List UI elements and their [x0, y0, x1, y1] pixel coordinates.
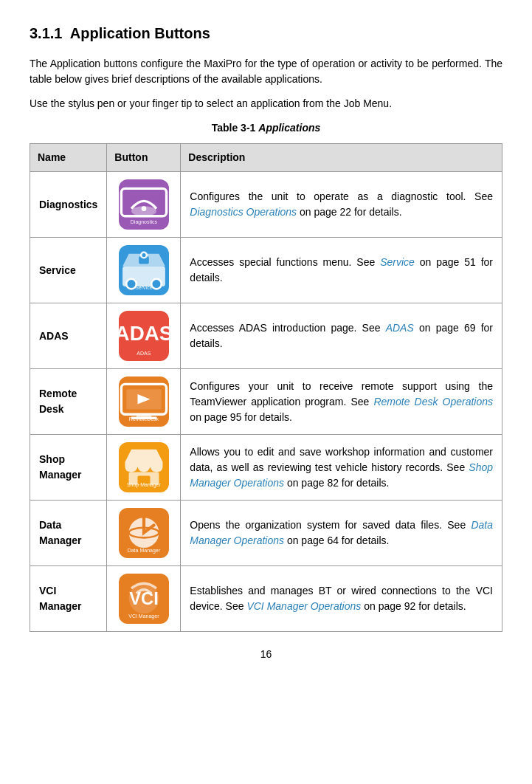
link-text: Remote Desk Operations	[373, 396, 493, 408]
name-cell: Diagnostics	[30, 172, 107, 238]
description-cell: Configures the unit to operate as a diag…	[181, 172, 502, 238]
icon-label: Service	[119, 284, 169, 292]
link-text: Diagnostics Operations	[190, 206, 297, 218]
name-cell: ShopManager	[30, 435, 107, 501]
link-text: VCI Manager Operations	[246, 600, 361, 612]
link-text: Service	[380, 256, 415, 268]
description-cell: Accesses special functions menu. See Ser…	[181, 238, 502, 303]
description-cell: Accesses ADAS introduction page. See ADA…	[181, 303, 502, 369]
button-cell: RemoteDesk	[107, 369, 181, 435]
table-row: RemoteDesk RemoteDeskConfigures your uni…	[30, 369, 502, 435]
name-cell: VCIManager	[30, 566, 107, 632]
intro-paragraph-2: Use the stylus pen or your finger tip to…	[30, 96, 502, 111]
icon-label: ADAS	[119, 350, 169, 358]
svg-point-2	[141, 206, 146, 211]
intro-paragraph-1: The Application buttons configure the Ma…	[30, 56, 502, 87]
table-row: Diagnostics DiagnosticsConfigures the un…	[30, 172, 502, 238]
description-cell: Allows you to edit and save workshop inf…	[181, 435, 502, 501]
section-title: 3.1.1 Application Buttons	[30, 22, 502, 44]
link-text: Data Manager Operations	[190, 519, 493, 546]
table-row: VCIManager VCI VCI ManagerEstablishes an…	[30, 566, 502, 632]
icon-label: Shop Manager	[119, 481, 169, 489]
button-cell: Service	[107, 238, 181, 303]
button-cell: VCI VCI Manager	[107, 566, 181, 632]
icon-label: Diagnostics	[119, 219, 169, 227]
link-text: ADAS	[386, 322, 414, 334]
icon-label: RemoteDesk	[119, 416, 169, 424]
col-header-button: Button	[107, 144, 181, 172]
button-cell: Shop Manager	[107, 435, 181, 501]
svg-point-8	[142, 253, 145, 257]
svg-text:ADAS: ADAS	[119, 322, 169, 345]
description-cell: Opens the organization system for saved …	[181, 501, 502, 566]
description-cell: Configures your unit to receive remote s…	[181, 369, 502, 435]
table-title: Table 3-1 Applications	[30, 120, 502, 136]
table-row: ShopManager Shop ManagerAllows you to ed…	[30, 435, 502, 501]
name-cell: DataManager	[30, 501, 107, 566]
button-cell: Data Manager	[107, 501, 181, 566]
icon-label: VCI Manager	[119, 613, 169, 621]
button-cell: Diagnostics	[107, 172, 181, 238]
name-cell: Service	[30, 238, 107, 303]
table-row: Service ServiceAccesses special function…	[30, 238, 502, 303]
button-cell: ADAS ADAS	[107, 303, 181, 369]
page-number: 16	[30, 647, 502, 662]
description-cell: Establishes and manages BT or wired conn…	[181, 566, 502, 632]
table-header-row: Name Button Description	[30, 144, 502, 172]
name-cell: RemoteDesk	[30, 369, 107, 435]
name-cell: ADAS	[30, 303, 107, 369]
link-text: Shop Manager Operations	[190, 461, 493, 489]
table-row: ADAS ADAS ADASAccesses ADAS introduction…	[30, 303, 502, 369]
svg-text:VCI: VCI	[129, 588, 159, 608]
col-header-name: Name	[30, 144, 107, 172]
icon-label: Data Manager	[119, 547, 169, 555]
applications-table: Name Button Description Diagnostics Diag…	[30, 143, 502, 632]
table-row: DataManager Data ManagerOpens the organi…	[30, 501, 502, 566]
col-header-description: Description	[181, 144, 502, 172]
